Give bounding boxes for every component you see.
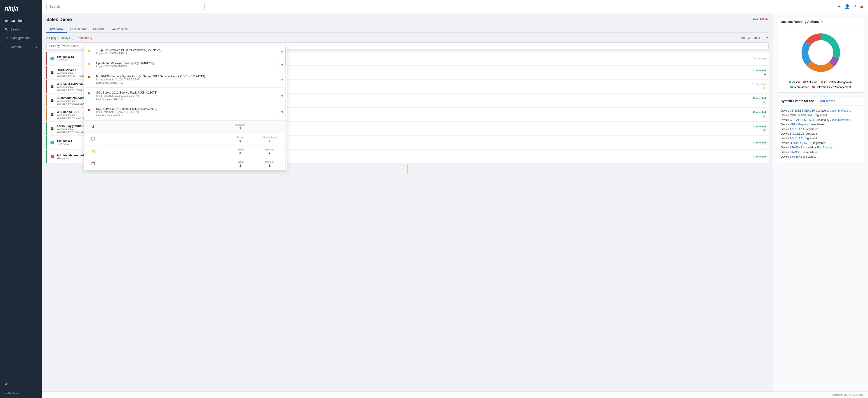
device-link[interactable]: CB-SALES-SERVER — [790, 109, 815, 112]
user-link[interactable]: Jason McMahon — [830, 109, 850, 112]
legend-teamviewer: TeamViewer — [790, 86, 809, 89]
os-icon: 🗖 — [88, 162, 99, 166]
expand-icon[interactable]: ▾ — [281, 93, 283, 98]
device-link[interactable]: 172.16.1.117 — [790, 128, 806, 131]
patch-subtitle: Install attempt: 11/24/2019 8:56 PM — [96, 78, 278, 81]
search-input-wrap — [46, 3, 205, 10]
filter-problems[interactable]: Problems (7) — [76, 36, 93, 39]
logout-icon[interactable]: ⏏ — [860, 4, 864, 9]
sidebar-item-search[interactable]: 🔍 Search — [0, 25, 42, 33]
patch-content: MS16-136 Security Update for SQL Server … — [96, 74, 278, 84]
user-icon[interactable]: 👤 — [845, 4, 850, 9]
page-tabs: Overview Location (3) Software OS Patche… — [46, 25, 769, 33]
page-actions: Edit Delete — [753, 17, 769, 20]
device-link[interactable]: MINALWINVISTAX6 — [790, 113, 814, 117]
stats-failed: Failed 0 — [227, 148, 254, 155]
device-type-icon: ⊞ — [50, 127, 55, 131]
filter-all[interactable]: All (19) — [46, 36, 56, 39]
expand-icon[interactable]: ▾ — [281, 77, 283, 82]
patch-popup: ■ 7-Zip File Archiver 19.00 for Windows … — [84, 45, 287, 170]
event-item: Device MBPKafeg.local re-registered. — [781, 122, 861, 127]
period-link[interactable]: Last Month — [818, 99, 835, 103]
patch-item[interactable]: ■ MS16-136 Security Update for SQL Serve… — [84, 71, 287, 88]
device-link[interactable]: CB-SALES-SERVER — [790, 119, 815, 122]
device-type-icon: 🌐 — [50, 57, 55, 61]
donut-chart — [798, 30, 843, 75]
expand-icon[interactable]: ▾ — [281, 109, 283, 114]
sidebar-item-label: Search — [11, 28, 21, 31]
page-title: Sales Demo — [46, 17, 72, 22]
user-link[interactable]: Jason McMahon — [830, 119, 850, 122]
footer: NinjaRMM LLC © 2014-2019 — [42, 392, 868, 398]
patch-subtitle: Install attempt: 11/24/2019 9:09 PM — [96, 94, 278, 97]
sidebar-item-dashboard[interactable]: ⊞ Dashboard — [0, 16, 42, 25]
device-link[interactable]: JERRYOFFICEPC — [790, 141, 812, 144]
sort-select[interactable]: Status Name Last Seen — [751, 36, 769, 40]
stats-servers: Servers 1 — [227, 123, 254, 130]
legend-label: TeamViewer — [794, 86, 809, 89]
device-status: Connected ⊞ — [753, 125, 766, 132]
device-link[interactable]: 172.16.1.21 — [790, 132, 804, 135]
contact-us-link[interactable]: Contact Us — [0, 389, 42, 398]
app-logo: ninja — [0, 0, 42, 16]
topbar: + 👤 ? ⏏ — [42, 0, 868, 13]
add-button[interactable]: + — [838, 4, 841, 9]
event-item: Device STANSKE registered. — [781, 155, 861, 159]
stats-quarantined: Quarantined 0 — [256, 136, 283, 142]
patch-content: 7-Zip File Archiver 19.00 for Windows (S… — [96, 48, 278, 55]
event-item: Device STANSKE re-registered. — [781, 150, 861, 155]
sidebar-item-label: Recent — [11, 45, 21, 49]
help-icon[interactable]: ? — [854, 4, 856, 9]
tab-overview[interactable]: Overview — [46, 25, 67, 33]
patch-title: 7-Zip File Archiver 19.00 for Windows (S… — [96, 48, 278, 52]
tab-os-patches[interactable]: OS Patches — [108, 25, 131, 33]
tab-software[interactable]: Software — [89, 25, 108, 33]
legend-label: OS Patch Management — [824, 80, 852, 84]
legend-antivirus: Antivirus — [803, 80, 817, 84]
device-type-icon: ⊞ — [50, 70, 55, 74]
status-badge: Connected — [753, 125, 766, 128]
patch-content: Update for Microsoft Silverlight (KB4481… — [96, 61, 278, 68]
sidebar-collapse-button[interactable]: ◀ — [0, 379, 42, 389]
software-patch-icon: ■ — [88, 48, 93, 53]
event-item: Device 172.16.1.20 registered. — [781, 136, 861, 140]
patch-item[interactable]: ■ 7-Zip File Archiver 19.00 for Windows … — [84, 45, 287, 58]
device-status: Connected — [753, 155, 766, 158]
tab-location[interactable]: Location (3) — [67, 25, 90, 33]
sidebar: ninja ⊞ Dashboard 🔍 Search ⚙ Configurati… — [0, 0, 42, 398]
status-badge: Connected — [753, 111, 766, 113]
stats-active: Active 0 — [227, 136, 254, 142]
expand-icon[interactable]: ▾ — [281, 49, 283, 54]
stats-row-windows: ⊞ Failed 0 Pending 2 — [84, 145, 287, 158]
devices-running-actions-panel: Devices Running Actions ⟳ — [777, 17, 864, 93]
filter-row: All (19) Healthy (12) Problems (7) Sort … — [46, 36, 769, 40]
expand-icon[interactable]: ▾ — [281, 62, 283, 67]
spinner-icon: ⟳ — [820, 20, 823, 23]
patch-item[interactable]: ■ Update for Microsoft Silverlight (KB44… — [84, 58, 287, 71]
topbar-actions: + 👤 ? ⏏ — [838, 4, 864, 9]
user-link[interactable]: Eric Stanske — [817, 146, 832, 149]
filter-healthy[interactable]: Healthy (12) — [58, 36, 74, 39]
patch-item[interactable]: ■ SQL Server 2014 Service Pack 3 (KB4022… — [84, 104, 287, 120]
sidebar-item-recent[interactable]: ↺ Recent ▾ — [0, 42, 42, 52]
search-input[interactable] — [46, 3, 205, 10]
filter-counts: All (19) Healthy (12) Problems (7) — [46, 36, 94, 39]
patch-title: MS16-136 Security Update for SQL Server … — [96, 74, 278, 78]
patch-title: SQL Server 2014 Service Pack 3 (KB402261… — [96, 107, 278, 110]
device-link[interactable]: MBPKafeg.local — [790, 123, 809, 126]
event-item: Device 172.16.1.21 registered. — [781, 131, 861, 136]
device-link[interactable]: STANSKE — [790, 146, 802, 149]
device-link[interactable]: STANSKE — [790, 155, 802, 158]
windows-icon: ⊞ — [763, 129, 766, 132]
delete-button[interactable]: Delete — [760, 17, 769, 20]
edit-button[interactable]: Edit — [753, 17, 758, 20]
device-status: 13 days ago ⬇ — [752, 83, 766, 90]
event-item: Device JERRYOFFICEPC registered. — [781, 141, 861, 145]
device-link[interactable]: 172.16.1.20 — [790, 137, 804, 140]
sidebar-item-configuration[interactable]: ⚙ Configuration — [0, 33, 42, 42]
patch-item[interactable]: ■ SQL Server 2012 Service Pack 4 (KB4018… — [84, 88, 287, 104]
device-link[interactable]: STANSKE — [790, 151, 802, 154]
patch-meta: Last Sunday at 9:09 PM — [96, 98, 278, 101]
patch-subtitle: Impact RECOMMENDED — [96, 65, 278, 68]
windows-icon: ⊞ — [88, 149, 99, 154]
